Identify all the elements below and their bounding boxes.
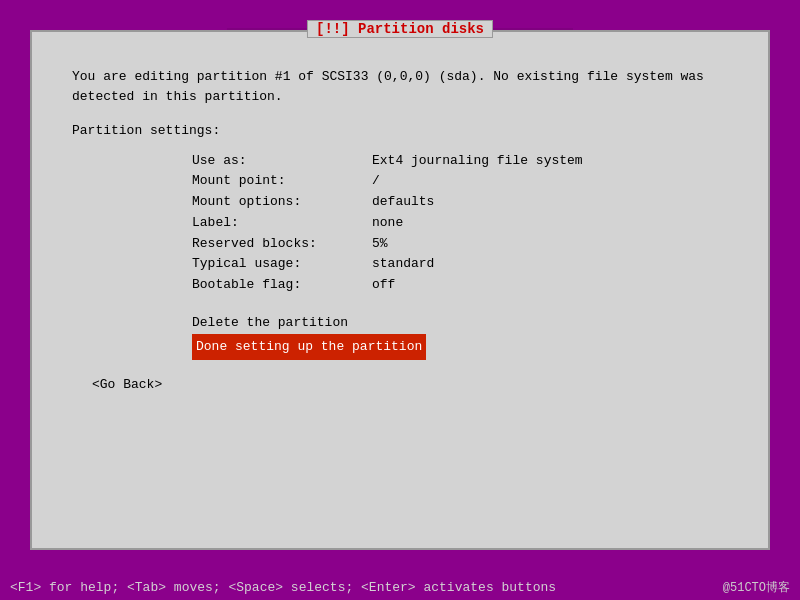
- value-mount-options: defaults: [372, 192, 434, 213]
- setting-bootable-flag: Bootable flag: off: [192, 275, 728, 296]
- inner-content: You are editing partition #1 of SCSI33 (…: [52, 52, 748, 528]
- setting-reserved-blocks: Reserved blocks: 5%: [192, 234, 728, 255]
- value-label: none: [372, 213, 403, 234]
- menu-section: Delete the partition Done setting up the…: [192, 311, 728, 360]
- section-title: Partition settings:: [72, 121, 728, 141]
- title-bar: [!!] Partition disks: [227, 20, 573, 38]
- setting-mount-point: Mount point: /: [192, 171, 728, 192]
- menu-area: ➜ Delete the partition Done setting up t…: [72, 311, 728, 360]
- label-reserved-blocks: Reserved blocks:: [192, 234, 372, 255]
- dialog-box: [!!] Partition disks You are editing par…: [30, 30, 770, 550]
- info-line1: You are editing partition #1 of SCSI33 (…: [72, 67, 728, 87]
- menu-item-delete[interactable]: Delete the partition: [192, 311, 728, 334]
- label-use-as: Use as:: [192, 151, 372, 172]
- label-mount-options: Mount options:: [192, 192, 372, 213]
- label-typical-usage: Typical usage:: [192, 254, 372, 275]
- dialog-title: [!!] Partition disks: [307, 20, 493, 38]
- value-mount-point: /: [372, 171, 380, 192]
- label-bootable-flag: Bootable flag:: [192, 275, 372, 296]
- settings-table: Use as: Ext4 journaling file system Moun…: [192, 151, 728, 297]
- go-back-button[interactable]: <Go Back>: [72, 375, 728, 395]
- status-bar: <F1> for help; <Tab> moves; <Space> sele…: [0, 575, 800, 600]
- label-label: Label:: [192, 213, 372, 234]
- title-line-left: [227, 28, 307, 30]
- setting-use-as: Use as: Ext4 journaling file system: [192, 151, 728, 172]
- setting-typical-usage: Typical usage: standard: [192, 254, 728, 275]
- watermark: @51CTO博客: [723, 579, 790, 596]
- label-mount-point: Mount point:: [192, 171, 372, 192]
- status-text: <F1> for help; <Tab> moves; <Space> sele…: [10, 580, 556, 595]
- value-typical-usage: standard: [372, 254, 434, 275]
- info-text: You are editing partition #1 of SCSI33 (…: [72, 67, 728, 106]
- info-line2: detected in this partition.: [72, 87, 728, 107]
- setting-mount-options: Mount options: defaults: [192, 192, 728, 213]
- menu-item-done[interactable]: Done setting up the partition: [192, 334, 426, 359]
- value-bootable-flag: off: [372, 275, 395, 296]
- setting-label: Label: none: [192, 213, 728, 234]
- title-line-right: [493, 28, 573, 30]
- value-reserved-blocks: 5%: [372, 234, 388, 255]
- value-use-as: Ext4 journaling file system: [372, 151, 583, 172]
- content-area: You are editing partition #1 of SCSI33 (…: [52, 52, 748, 409]
